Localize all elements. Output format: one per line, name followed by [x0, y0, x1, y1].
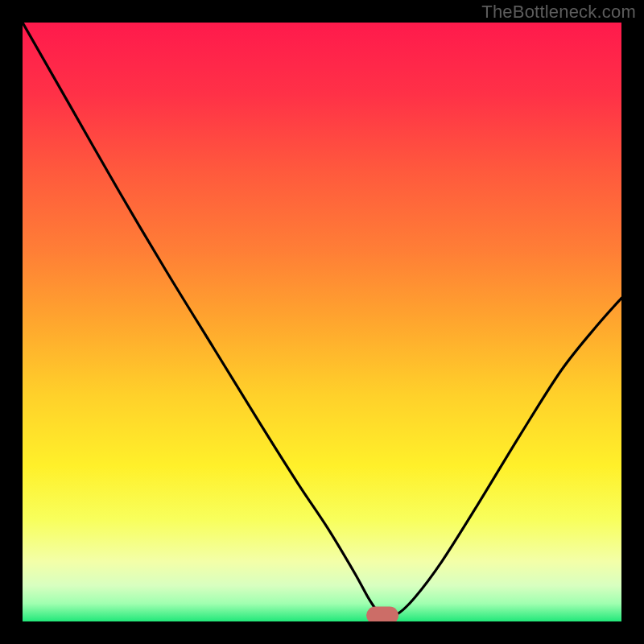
chart-frame: { "watermark": "TheBottleneck.com", "col… [0, 0, 644, 644]
bottleneck-chart [0, 0, 644, 644]
optimal-marker [366, 607, 398, 625]
gradient-background [23, 23, 621, 621]
watermark-text: TheBottleneck.com [481, 2, 636, 23]
